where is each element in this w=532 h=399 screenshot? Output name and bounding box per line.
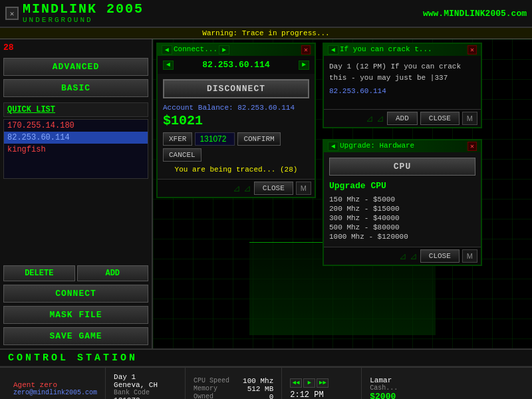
prev-arrow[interactable]: ◄	[162, 45, 172, 55]
connect-body: DISCONNECT Account Balance: 82.253.60.11…	[158, 74, 315, 179]
upgrade-close-x[interactable]: ✕	[467, 142, 477, 151]
bank-label: Bank Code	[114, 389, 177, 396]
upgrade-m-button[interactable]: M	[462, 249, 477, 263]
trace-warning: You are being traced... (28)	[163, 166, 309, 174]
cash-label: Cash...	[370, 384, 434, 392]
cpu-header: CPU	[329, 158, 475, 176]
control-station-label: CONTROL STATION	[8, 352, 138, 364]
connect-button[interactable]: CONNECT	[3, 285, 148, 303]
upgrade-item[interactable]: 200 Mhz - $15000	[329, 204, 475, 213]
upg-corner-left: ⊿	[399, 251, 407, 262]
cash-value: $2000	[370, 392, 434, 400]
basic-button[interactable]: BASIC	[3, 79, 148, 97]
advanced-button[interactable]: ADVANCED	[3, 58, 148, 76]
lamar-label: Lamar	[370, 376, 434, 384]
upgrade-window-title: ◄ Upgrade: Hardware ✕	[324, 140, 481, 152]
message-ip: 82.253.60.114	[329, 87, 475, 95]
connect-title: Connect...	[174, 45, 217, 55]
location-value: Geneva, CH	[114, 381, 177, 389]
message-close-x[interactable]: ✕	[467, 45, 477, 55]
upgrade-item[interactable]: 1000 Mhz - $120000	[329, 232, 475, 241]
owned-label: Owned	[194, 393, 213, 400]
rewind-button[interactable]: ◄◄	[290, 378, 302, 388]
cpu-speed-label: CPU Speed	[194, 377, 229, 385]
connect-close-x[interactable]: ✕	[301, 45, 311, 55]
logo-text: MINDLINK 2005 UNDERGROUND	[23, 3, 144, 24]
message-window: ◄ If you can crack t... ✕ Day 1 (12 PM) …	[323, 43, 482, 128]
cancel-button[interactable]: CANCEL	[163, 148, 201, 162]
xfer-button[interactable]: XFER	[163, 132, 192, 146]
quick-list: 170.255.14.180 82.253.60.114 kingfish	[3, 119, 148, 179]
quick-list-item[interactable]: kingfish	[4, 144, 148, 156]
connect-m-button[interactable]: M	[296, 182, 311, 195]
logo-sub: UNDERGROUND	[23, 16, 144, 24]
disconnect-button[interactable]: DISCONNECT	[163, 79, 309, 98]
connect-nav: ◄ 82.253.60.114 ►	[158, 56, 315, 74]
mask-file-button[interactable]: MASK FILE	[3, 306, 148, 324]
upgrade-window-bottom: ⊿ ⊿ CLOSE M	[324, 247, 481, 265]
media-section: ◄◄ ► ►► 2:12 PM	[282, 368, 362, 399]
next-arrow[interactable]: ►	[219, 45, 229, 55]
control-station-bar: CONTROL STATION	[0, 348, 532, 366]
connect-window-title: ◄ Connect... ► ✕	[158, 44, 315, 56]
connect-close-button[interactable]: CLOSE	[254, 182, 293, 195]
confirm-button[interactable]: CONFIRM	[237, 132, 280, 146]
upgrade-cpu-title: Upgrade CPU	[329, 181, 475, 191]
upgrade-item[interactable]: 500 Mhz - $80000	[329, 223, 475, 232]
upgrade-prev-arrow[interactable]: ◄	[328, 142, 338, 151]
delete-add-row: DELETE ADD	[3, 265, 148, 281]
quick-list-item[interactable]: 170.255.14.180	[4, 120, 148, 132]
quick-list-item[interactable]: 82.253.60.114	[4, 132, 148, 144]
top-bar: ✕ MINDLINK 2005 UNDERGROUND www.MINDLINK…	[0, 0, 532, 28]
message-body: Day 1 (12 PM) If you can crack this - yo…	[324, 56, 481, 109]
delete-button[interactable]: DELETE	[3, 265, 75, 281]
logo-area: ✕ MINDLINK 2005 UNDERGROUND	[5, 3, 144, 24]
transfer-row: XFER CONFIRM	[163, 132, 309, 146]
nav-next[interactable]: ►	[299, 61, 309, 70]
save-game-button[interactable]: SAVE GAME	[3, 327, 148, 345]
fastforward-button[interactable]: ►►	[317, 378, 329, 388]
connect-ip: 82.253.60.114	[202, 60, 269, 70]
corner-icon-left: ⊿	[233, 183, 241, 194]
upgrade-title-text: Upgrade: Hardware	[340, 142, 414, 151]
msg-title-arrows: ◄ If you can crack t...	[328, 45, 432, 55]
add-button[interactable]: ADD	[77, 265, 149, 281]
upgrade-window: ◄ Upgrade: Hardware ✕ CPU Upgrade CPU 15…	[323, 139, 482, 266]
upgrade-close-button[interactable]: CLOSE	[420, 249, 460, 263]
close-icon[interactable]: ✕	[5, 7, 19, 20]
upgrade-item[interactable]: 300 Mhz - $40000	[329, 213, 475, 223]
play-button[interactable]: ►	[303, 378, 315, 388]
logo-main: MINDLINK 2005	[23, 3, 144, 16]
cpu-section: CPU Speed 100 Mhz Memory 512 MB Owned 0	[186, 368, 282, 399]
agent-section: Agent zero zero@mindlink2005.com	[5, 368, 106, 399]
account-balance: $1021	[163, 113, 309, 128]
main-area: 28 ADVANCED BASIC QUICK LIST 170.255.14.…	[0, 39, 532, 348]
agent-email: zero@mindlink2005.com	[13, 389, 97, 396]
message-text: Day 1 (12 PM) If you can crack this - yo…	[329, 61, 475, 83]
owned-value: 0	[269, 393, 274, 400]
message-close-button[interactable]: CLOSE	[420, 112, 460, 125]
agent-name: Agent zero	[13, 381, 97, 389]
xfer-amount-input[interactable]	[195, 132, 235, 146]
status-bar: Agent zero zero@mindlink2005.com Day 1 G…	[0, 366, 532, 399]
message-window-bottom: ⊿ ⊿ ADD CLOSE M	[324, 109, 481, 127]
account-label: Account Balance: 82.253.60.114	[163, 104, 309, 112]
msg-corner-right: ⊿	[376, 113, 384, 124]
upgrade-item[interactable]: 150 Mhz - $5000	[329, 195, 475, 204]
nav-prev[interactable]: ◄	[163, 61, 174, 70]
message-add-button[interactable]: ADD	[387, 112, 418, 125]
time-value: 2:12 PM	[290, 390, 353, 400]
memory-value: 512 MB	[247, 385, 274, 393]
connect-window: ◄ Connect... ► ✕ ◄ 82.253.60.114 ► DISCO…	[156, 43, 316, 198]
warning-text: Warning: Trace in progress...	[202, 29, 329, 37]
msg-prev-arrow[interactable]: ◄	[328, 45, 338, 55]
upg-corner-right: ⊿	[410, 251, 418, 262]
cash-section: Lamar Cash... $2000	[362, 368, 442, 399]
message-m-button[interactable]: M	[462, 112, 477, 125]
sidebar-counter: 28	[3, 43, 14, 53]
warning-bar: Warning: Trace in progress...	[0, 28, 532, 39]
connect-window-bottom: ⊿ ⊿ CLOSE M	[158, 179, 315, 197]
memory-label: Memory	[194, 385, 217, 393]
day-value: Day 1	[114, 373, 177, 381]
message-window-title: ◄ If you can crack t... ✕	[324, 44, 481, 56]
